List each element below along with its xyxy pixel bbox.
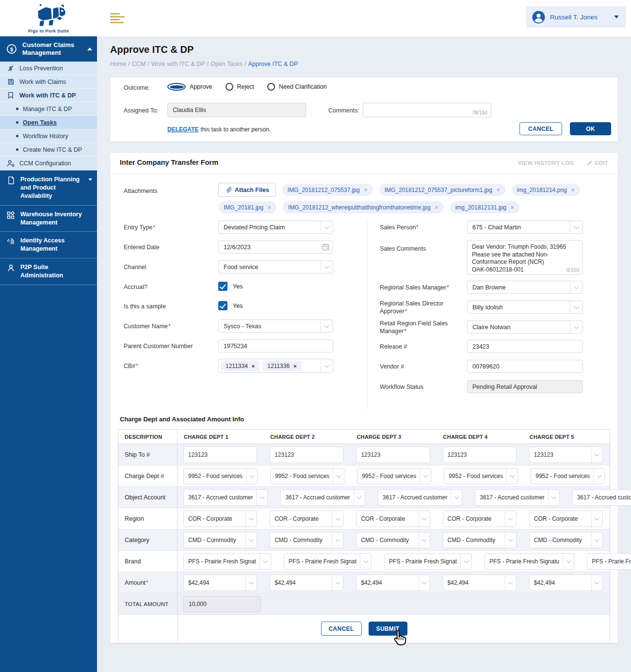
sidebar-module-customer-claims-management[interactable]: $ Customer Claims Management xyxy=(0,36,97,62)
charge-dept-select-2[interactable]: 9952 - Food services xyxy=(270,468,344,484)
category-select-3[interactable]: CMD - Commodity xyxy=(356,532,430,548)
category-select-1[interactable]: CMD - Commodity xyxy=(183,532,257,548)
entry-type-select[interactable]: Deviated Pricing Claim xyxy=(218,221,333,234)
sidebar-item-open-tasks[interactable]: Open Tasks xyxy=(0,116,97,129)
amount-select-3[interactable]: $42,494 xyxy=(356,575,430,591)
charge-dept-select-4[interactable]: 9952 - Food services xyxy=(444,468,518,484)
remove-cb-icon[interactable]: × xyxy=(252,363,255,369)
breadcrumb-work-with-itc-dp[interactable]: Work with ITC & DP xyxy=(151,61,205,67)
calendar-icon[interactable] xyxy=(322,243,330,253)
charge-dept-select-3[interactable]: 9952 - Food services xyxy=(357,468,431,484)
ship-to-input-4[interactable] xyxy=(443,447,517,463)
breadcrumb-ccm[interactable]: CCM xyxy=(132,61,146,67)
remove-attachment-icon[interactable]: × xyxy=(511,204,514,211)
checkbox-checked-icon xyxy=(218,282,227,291)
cancel-button[interactable]: CANCEL xyxy=(519,122,562,135)
remove-attachment-icon[interactable]: × xyxy=(435,204,438,211)
attach-files-button[interactable]: Attach Files xyxy=(218,183,276,197)
object-account-select-5[interactable]: 3617 - Accrued customer xyxy=(572,489,631,506)
sidebar-item-work-with-itc-dp[interactable]: Work with ITC & DP xyxy=(0,89,97,102)
sidebar-module-p2p-administration[interactable]: P2P Suite Administration xyxy=(0,258,97,285)
brand-select-4[interactable]: PFS - Prarie Fresh Signatu xyxy=(485,553,574,570)
ship-to-select-5[interactable]: 123123 xyxy=(529,447,603,463)
sidebar-item-workflow-history[interactable]: Workflow History xyxy=(0,129,97,143)
category-select-4[interactable]: CMD - Commodity xyxy=(443,532,517,548)
ok-button[interactable]: OK xyxy=(570,122,611,135)
chevron-down-icon xyxy=(419,575,430,591)
accrual-checkbox[interactable]: Yes xyxy=(218,282,243,291)
amount-select-5[interactable]: $42,494 xyxy=(529,575,603,591)
brand-select-3[interactable]: PFS - Prairie Fresh Signat xyxy=(384,553,472,570)
region-select-5[interactable]: COR - Corporate xyxy=(529,511,603,527)
form-cancel-button[interactable]: CANCEL xyxy=(321,622,362,636)
sidebar-item-create-new-itc-dp[interactable]: Create New ITC & DP xyxy=(0,143,97,157)
row-label: Category xyxy=(118,529,178,550)
object-account-select-4[interactable]: 3617 - Accrued customer xyxy=(475,489,559,506)
brand-select-2[interactable]: PFS - Prairie Fresh Signat xyxy=(284,553,372,570)
radio-reject[interactable]: Reject xyxy=(226,83,254,91)
submit-button[interactable]: SUBMIT xyxy=(369,622,407,636)
breadcrumb-home[interactable]: Home xyxy=(110,61,126,67)
region-select-2[interactable]: COR - Corporate xyxy=(270,511,343,527)
sidebar-item-label: Work with Claims xyxy=(19,79,66,85)
cb-number-multiselect[interactable]: 1211334× 1211336× xyxy=(218,359,333,373)
sidebar-item-work-with-claims[interactable]: Work with Claims xyxy=(0,75,97,89)
regional-sales-manager-select[interactable]: Dan Browne xyxy=(467,281,583,294)
remove-attachment-icon[interactable]: × xyxy=(571,187,575,193)
sidebar-module-production-planning[interactable]: Production Planning and Product Availabi… xyxy=(0,170,97,205)
release-number-input[interactable] xyxy=(467,340,583,353)
entered-date-field[interactable]: 12/6/2023 xyxy=(218,240,333,254)
breadcrumb-open-tasks[interactable]: Open Tasks xyxy=(210,61,243,67)
category-select-2[interactable]: CMD - Commodity xyxy=(270,532,343,548)
remove-attachment-icon[interactable]: × xyxy=(268,204,271,211)
sales-person-label: Sales Person* xyxy=(380,224,463,231)
remove-cb-icon[interactable]: × xyxy=(293,363,296,369)
edit-button[interactable]: EDIT xyxy=(587,160,608,166)
sidebar-item-manage-itc-dp[interactable]: Manage ITC & DP xyxy=(0,102,97,116)
regional-sales-director-select[interactable]: Billy Idolish xyxy=(467,301,583,314)
amount-select-4[interactable]: $42,494 xyxy=(443,575,517,591)
view-history-log-button[interactable]: VIEW HISTORY LOG xyxy=(518,160,574,166)
object-account-select-1[interactable]: 3617 - Accrued customer xyxy=(183,489,268,506)
menu-toggle-icon[interactable] xyxy=(110,13,126,25)
assigned-to-label: Assigned To: xyxy=(124,107,158,114)
ship-to-input-3[interactable] xyxy=(356,447,430,463)
remove-attachment-icon[interactable]: × xyxy=(497,187,500,193)
delegate-link[interactable]: DELEGATE xyxy=(167,126,198,133)
object-account-select-3[interactable]: 3617 - Accrued customer xyxy=(378,489,462,506)
comments-input[interactable] xyxy=(363,103,491,117)
chevron-down-icon xyxy=(332,575,343,591)
customer-name-select[interactable]: Sysco - Texas xyxy=(218,320,333,333)
channel-select[interactable]: Food service xyxy=(218,260,333,273)
sidebar-module-warehouse-inventory[interactable]: Warehouse Inventory Management xyxy=(0,205,97,232)
parent-customer-number-input[interactable] xyxy=(218,339,333,352)
radio-need-clarification[interactable]: Need Clarification xyxy=(267,83,327,91)
ship-to-input-1[interactable] xyxy=(183,447,257,463)
region-select-3[interactable]: COR - Corporate xyxy=(356,511,430,527)
sidebar-module-identity-access[interactable]: Identity Access Management xyxy=(0,231,97,258)
remove-attachment-icon[interactable]: × xyxy=(364,187,368,193)
brand-select-1[interactable]: PFS - Prairie Fresh Signat xyxy=(183,553,271,570)
amount-select-1[interactable]: $42,494 xyxy=(183,575,257,591)
amount-select-2[interactable]: $42,494 xyxy=(270,575,343,591)
radio-icon xyxy=(267,83,275,91)
sidebar-item-ccm-configuration[interactable]: CCM Configuration xyxy=(0,157,97,170)
object-account-select-2[interactable]: 3617 - Accrued customer xyxy=(280,489,365,506)
table-footer-row: CANCEL SUBMIT xyxy=(118,615,610,643)
sidebar-item-loss-prevention[interactable]: $ Loss Prevention xyxy=(0,62,97,75)
charge-dept-select-1[interactable]: 9952 - Food services xyxy=(183,468,258,484)
user-menu[interactable]: Russell T. Jones xyxy=(526,6,626,28)
category-select-5[interactable]: CMD - Commodity xyxy=(529,532,603,548)
brand-select-5[interactable]: PFS - Prarie Fresh Signatu xyxy=(587,553,631,570)
vendor-number-input[interactable] xyxy=(467,360,583,373)
ship-to-input-2[interactable] xyxy=(270,447,343,463)
region-select-1[interactable]: COR - Corporate xyxy=(183,511,257,527)
sales-comments-wrap: Dear Vendor: Triumph Foods, 31965 Please… xyxy=(467,240,583,275)
sales-person-select[interactable]: 675 - Chad Martin xyxy=(467,221,583,234)
charge-dept-select-5[interactable]: 9952 - Food services xyxy=(531,468,605,484)
radio-approve[interactable]: Approve xyxy=(167,83,212,91)
sales-comments-textarea[interactable]: Dear Vendor: Triumph Foods, 31965 Please… xyxy=(467,240,583,275)
region-select-4[interactable]: COR - Corporate xyxy=(443,511,517,527)
sample-checkbox[interactable]: Yes xyxy=(218,301,243,310)
retail-region-manager-select[interactable]: Claire Notwan xyxy=(467,320,583,334)
